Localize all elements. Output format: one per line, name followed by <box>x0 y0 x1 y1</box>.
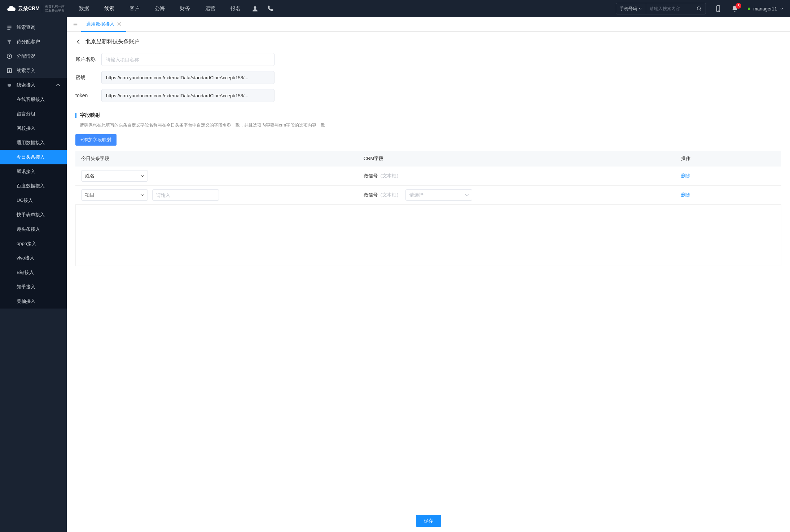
chevron-up-icon <box>56 83 60 87</box>
list-icon <box>6 25 12 30</box>
add-mapping-button[interactable]: +添加字段映射 <box>75 134 117 146</box>
logo[interactable]: 云朵CRM 教育机构一站 式服务云平台 <box>6 4 65 13</box>
page-footer: 保存 <box>67 510 790 532</box>
toutiao-field-select[interactable]: 项目 <box>81 189 148 201</box>
svg-rect-5 <box>7 27 11 28</box>
svg-rect-6 <box>7 29 10 30</box>
delete-row-link[interactable]: 删除 <box>681 192 690 198</box>
logo-tagline: 教育机构一站 式服务云平台 <box>42 5 65 13</box>
sidebar-subitem-4-14[interactable]: 美柚接入 <box>0 294 67 309</box>
user-add-icon[interactable] <box>251 5 259 12</box>
col-crm-field: CRM字段 <box>358 151 676 167</box>
collapse-sidebar-button[interactable] <box>70 19 81 30</box>
tab-bar: 通用数据接入 <box>67 17 790 32</box>
sidebar-item-3[interactable]: 线索导入 <box>0 63 67 78</box>
col-action: 操作 <box>675 151 781 167</box>
search-icon <box>697 6 702 12</box>
notifications-button[interactable]: 5 <box>731 5 738 12</box>
back-button[interactable] <box>75 39 82 45</box>
close-icon[interactable] <box>117 22 121 26</box>
topnav-item-6[interactable]: 报名 <box>224 0 247 17</box>
secret-input[interactable] <box>101 71 275 84</box>
sidebar-item-0[interactable]: 线索查询 <box>0 20 67 35</box>
svg-point-1 <box>697 6 701 10</box>
mapping-table: 今日头条字段 CRM字段 操作 姓名微信号（文本框）删除项目微信号（文本框）请选… <box>75 151 781 205</box>
topnav-item-4[interactable]: 财务 <box>174 0 197 17</box>
mobile-icon[interactable] <box>715 5 722 12</box>
crm-field-select[interactable]: 请选择 <box>405 189 472 201</box>
table-row: 姓名微信号（文本框）删除 <box>75 167 781 186</box>
col-toutiao-field: 今日头条字段 <box>75 151 358 167</box>
topnav-item-5[interactable]: 运营 <box>199 0 222 17</box>
sidebar: 线索查询待分配客户分配情况线索导入线索接入在线客服接入留言分组网校接入通用数据接… <box>0 17 67 532</box>
topnav-menu: 数据线索客户公海财务运营报名 <box>73 0 247 17</box>
topnav-item-3[interactable]: 公海 <box>148 0 171 17</box>
sidebar-subitem-4-11[interactable]: vivo接入 <box>0 251 67 265</box>
tab-general-data[interactable]: 通用数据接入 <box>81 17 126 32</box>
svg-point-3 <box>718 10 719 11</box>
topnav-item-2[interactable]: 客户 <box>123 0 146 17</box>
logo-text: 云朵CRM <box>18 5 40 12</box>
phone-icon[interactable] <box>267 5 274 12</box>
crm-field-label: 微信号（文本框） <box>364 173 401 179</box>
section-accent-bar <box>75 113 76 118</box>
chevron-down-icon <box>465 193 469 197</box>
crm-field-label: 微信号（文本框） <box>364 192 401 198</box>
page-header: 北京昱新科技头条账户 <box>75 38 781 45</box>
search-button[interactable] <box>693 6 706 12</box>
topnav-item-0[interactable]: 数据 <box>73 0 96 17</box>
sidebar-subitem-4-12[interactable]: B站接入 <box>0 265 67 280</box>
toutiao-field-input[interactable] <box>152 189 219 201</box>
sidebar-subitem-4-4[interactable]: 今日头条接入 <box>0 150 67 164</box>
mapping-description: 请确保您在此填写的头条自定义字段名称与在今日头条平台中自定义的字段名称一致，并且… <box>75 122 781 128</box>
global-search: 手机号码 <box>616 3 706 14</box>
plug-icon <box>6 82 12 88</box>
funnel-icon <box>6 39 12 45</box>
sidebar-item-4[interactable]: 线索接入 <box>0 78 67 92</box>
secret-label: 密钥 <box>75 74 101 81</box>
table-row: 项目微信号（文本框）请选择删除 <box>75 186 781 205</box>
search-input[interactable] <box>646 6 693 11</box>
account-name-input[interactable] <box>101 53 275 66</box>
chevron-down-icon <box>140 174 145 178</box>
search-type-select[interactable]: 手机号码 <box>616 3 646 14</box>
sidebar-subitem-4-10[interactable]: oppo接入 <box>0 236 67 251</box>
sidebar-subitem-4-7[interactable]: UC接入 <box>0 193 67 208</box>
topnav-item-1[interactable]: 线索 <box>98 0 121 17</box>
chevron-down-icon <box>780 7 784 10</box>
sidebar-subitem-4-5[interactable]: 腾讯接入 <box>0 164 67 179</box>
token-label: token <box>75 93 101 98</box>
svg-point-0 <box>254 6 256 9</box>
sidebar-subitem-4-3[interactable]: 通用数据接入 <box>0 136 67 150</box>
sidebar-subitem-4-8[interactable]: 快手表单接入 <box>0 208 67 222</box>
cloud-icon <box>6 4 16 13</box>
tab-label: 通用数据接入 <box>86 21 114 27</box>
chevron-down-icon <box>638 7 642 10</box>
sidebar-subitem-4-1[interactable]: 留言分组 <box>0 107 67 121</box>
sidebar-subitem-4-13[interactable]: 知乎接入 <box>0 280 67 294</box>
sidebar-subitem-4-2[interactable]: 网校接入 <box>0 121 67 136</box>
sidebar-subitem-4-0[interactable]: 在线客服接入 <box>0 92 67 107</box>
mapping-section-title: 字段映射 <box>80 112 100 119</box>
save-button[interactable]: 保存 <box>416 515 441 527</box>
delete-row-link[interactable]: 删除 <box>681 173 690 178</box>
sidebar-subitem-4-6[interactable]: 百度数据接入 <box>0 179 67 193</box>
svg-rect-4 <box>7 26 11 26</box>
menu-fold-icon <box>73 22 78 27</box>
page-content: 北京昱新科技头条账户 账户名称 密钥 token 字段映射 <box>67 32 790 510</box>
toutiao-field-select[interactable]: 姓名 <box>81 170 148 182</box>
page-title: 北京昱新科技头条账户 <box>85 38 140 45</box>
sidebar-item-1[interactable]: 待分配客户 <box>0 35 67 49</box>
sidebar-item-2[interactable]: 分配情况 <box>0 49 67 63</box>
user-menu[interactable]: manager11 <box>748 6 784 12</box>
token-input[interactable] <box>101 89 275 102</box>
sidebar-subitem-4-9[interactable]: 趣头条接入 <box>0 222 67 236</box>
table-empty-space <box>75 205 781 266</box>
chevron-down-icon <box>140 193 145 197</box>
main-area: 通用数据接入 北京昱新科技头条账户 账户名称 密钥 to <box>67 17 790 532</box>
username: manager11 <box>753 6 777 12</box>
export-icon <box>6 68 12 74</box>
notification-badge: 5 <box>736 3 741 9</box>
top-navbar: 云朵CRM 教育机构一站 式服务云平台 数据线索客户公海财务运营报名 手机号码 <box>0 0 790 17</box>
clock-icon <box>6 53 12 59</box>
